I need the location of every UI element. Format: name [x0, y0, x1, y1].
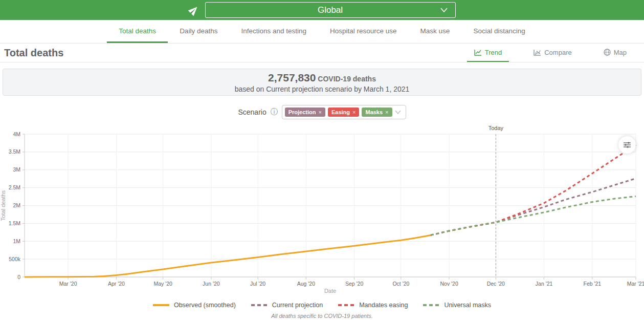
view-map-label: Map [614, 49, 627, 56]
x-tick-label: Sep '20 [345, 281, 363, 287]
info-icon[interactable]: ⓘ [271, 108, 278, 117]
scenario-label: Scenario [238, 108, 266, 116]
y-tick-label: 0 [17, 274, 20, 280]
view-trend[interactable]: Trend [467, 44, 509, 62]
legend-label: Universal masks [444, 302, 491, 309]
legend-item-mandates-easing[interactable]: Mandates easing [338, 302, 408, 309]
y-axis-title: Total deaths [0, 190, 6, 221]
legend-label: Observed (smoothed) [174, 302, 236, 309]
y-tick-label: 2M [13, 202, 20, 208]
app-header: Global [0, 0, 644, 20]
scenario-select[interactable]: Projection× Easing× Masks× [282, 105, 406, 119]
x-tick-label: Feb '21 [584, 281, 602, 287]
view-trend-label: Trend [485, 49, 502, 56]
chart-legend: Observed (smoothed) Current projection M… [0, 302, 644, 309]
chip-label: Projection [288, 109, 316, 115]
page-title: Total deaths [4, 47, 63, 59]
location-label: Global [318, 5, 343, 15]
legend-swatch [338, 304, 354, 306]
x-tick-label: Aug '20 [297, 281, 315, 287]
globe-icon [604, 49, 611, 56]
compare-chart-icon [534, 49, 541, 56]
x-tick-label: Nov '20 [440, 281, 458, 287]
chart-menu-button[interactable] [618, 136, 636, 154]
y-tick-label: 4M [13, 131, 20, 137]
x-tick-label: Mar '21 [627, 281, 644, 287]
tab-total-deaths[interactable]: Total deaths [107, 20, 168, 43]
chevron-down-icon [394, 110, 402, 115]
x-tick-label: Oct '20 [392, 281, 409, 287]
x-tick-label: Jul '20 [250, 281, 265, 287]
view-compare-label: Compare [544, 49, 571, 56]
chip-label: Easing [331, 109, 350, 115]
view-switcher: Trend Compare Map [467, 44, 634, 62]
y-tick-label: 500k [9, 256, 21, 262]
scenario-chip-masks[interactable]: Masks× [362, 108, 392, 117]
title-bar: Total deaths Trend Compare Map [0, 44, 644, 62]
scenario-row: Scenario ⓘ Projection× Easing× Masks× [0, 105, 644, 119]
legend-item-current-projection[interactable]: Current projection [251, 302, 323, 309]
tab-social-distancing[interactable]: Social distancing [461, 20, 537, 43]
deaths-count: 2,757,830 [268, 72, 316, 83]
summary-subtitle: based on Current projection scenario by … [235, 85, 410, 93]
legend-item-observed[interactable]: Observed (smoothed) [153, 302, 236, 309]
legend-item-universal-masks[interactable]: Universal masks [423, 302, 491, 309]
chip-remove-icon[interactable]: × [319, 109, 322, 115]
x-tick-label: Jun '20 [203, 281, 220, 287]
x-axis-title: Date [324, 288, 336, 294]
tab-infections-testing[interactable]: Infections and testing [229, 20, 318, 43]
chart-area: 0500k1M1.5M2M2.5M3M3.5M4MMar '20Apr '20M… [0, 123, 644, 296]
legend-swatch [153, 304, 169, 306]
scenario-chip-easing[interactable]: Easing× [328, 108, 360, 117]
chip-remove-icon[interactable]: × [385, 109, 388, 115]
legend-label: Mandates easing [359, 302, 408, 309]
view-map[interactable]: Map [596, 44, 634, 62]
chart-footnote: All deaths specific to COVID-19 patients… [0, 313, 644, 319]
legend-label: Current projection [272, 302, 323, 309]
series-line-3 [431, 196, 636, 235]
x-tick-label: Jan '21 [536, 281, 553, 287]
x-tick-label: May '20 [153, 281, 172, 287]
y-tick-label: 1.5M [9, 220, 20, 226]
x-tick-label: Mar '20 [59, 281, 77, 287]
y-tick-label: 3M [13, 166, 20, 173]
view-compare[interactable]: Compare [526, 44, 579, 62]
summary-banner: 2,757,830 COVID-19 deaths based on Curre… [3, 69, 641, 96]
sliders-icon [623, 141, 631, 148]
x-tick-label: Dec '20 [487, 281, 505, 287]
deaths-count-suffix: COVID-19 deaths [316, 75, 375, 83]
legend-swatch [423, 304, 439, 306]
legend-swatch [251, 304, 268, 306]
scenario-chip-projection[interactable]: Projection× [285, 108, 325, 117]
send-icon [186, 3, 201, 17]
total-deaths-chart[interactable]: 0500k1M1.5M2M2.5M3M3.5M4MMar '20Apr '20M… [0, 123, 644, 294]
chip-remove-icon[interactable]: × [352, 109, 356, 115]
y-tick-label: 2.5M [9, 184, 20, 190]
y-tick-label: 1M [13, 238, 20, 244]
chevron-down-icon [440, 7, 448, 13]
location-selector[interactable]: Global [205, 2, 456, 18]
y-tick-label: 3.5M [9, 148, 20, 155]
tab-hospital-resource[interactable]: Hospital resource use [318, 20, 409, 43]
tab-mask-use[interactable]: Mask use [409, 20, 462, 43]
chip-label: Masks [365, 109, 383, 115]
summary-headline: 2,757,830 COVID-19 deaths [268, 72, 376, 84]
series-line-2 [431, 145, 636, 236]
trend-chart-icon [474, 49, 482, 56]
today-label: Today [488, 125, 504, 131]
tab-daily-deaths[interactable]: Daily deaths [168, 20, 229, 43]
x-tick-label: Apr '20 [108, 281, 125, 287]
metric-tabs: Total deaths Daily deaths Infections and… [0, 20, 644, 44]
